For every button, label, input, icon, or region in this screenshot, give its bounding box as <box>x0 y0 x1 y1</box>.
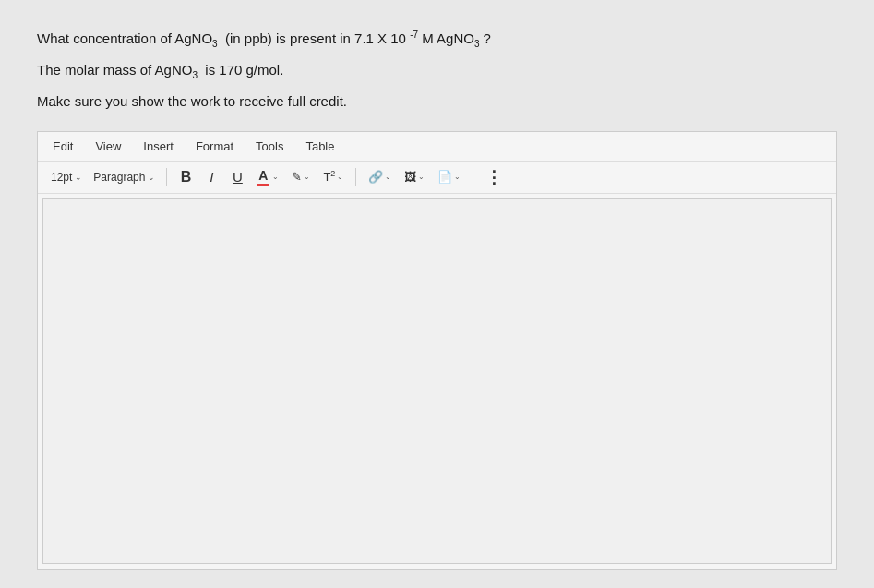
divider-2 <box>355 168 356 186</box>
link-icon: 🔗 <box>368 170 383 184</box>
superscript-chevron: ⌄ <box>337 173 343 181</box>
menu-table[interactable]: Table <box>302 138 338 155</box>
paragraph-value: Paragraph <box>93 171 145 184</box>
paragraph-chevron: ⌄ <box>148 173 155 182</box>
divider-3 <box>473 168 473 186</box>
link-chevron: ⌄ <box>385 173 391 181</box>
page-container: What concentration of AgNO3 (in ppb) is … <box>0 0 874 588</box>
font-size-select[interactable]: 12pt ⌄ <box>47 169 86 186</box>
superscript-icon: T2 <box>323 169 335 184</box>
menu-bar: Edit View Insert Format Tools Table <box>38 132 836 162</box>
italic-button[interactable]: I <box>200 166 222 188</box>
doc-icon: 📄 <box>437 170 452 184</box>
bold-button[interactable]: B <box>174 166 197 188</box>
editor-container: Edit View Insert Format Tools Table 12pt… <box>37 131 837 570</box>
font-size-value: 12pt <box>51 171 72 184</box>
question-line3: Make sure you show the work to receive f… <box>37 91 837 113</box>
toolbar: 12pt ⌄ Paragraph ⌄ B I U <box>38 162 836 194</box>
font-color-button[interactable]: A ⌄ <box>252 166 283 188</box>
question-line2: The molar mass of AgNO3 is 170 g/mol. <box>37 60 837 82</box>
divider-1 <box>166 168 167 186</box>
font-color-chevron: ⌄ <box>272 173 279 181</box>
paragraph-select[interactable]: Paragraph ⌄ <box>90 169 159 186</box>
font-color-icon: A <box>257 168 269 186</box>
font-color-underline <box>257 184 269 186</box>
editor-text-area[interactable] <box>42 198 832 565</box>
link-button[interactable]: 🔗 ⌄ <box>364 166 396 188</box>
more-options-button[interactable]: ⋮ <box>481 166 508 188</box>
doc-chevron: ⌄ <box>454 173 461 181</box>
image-button[interactable]: 🖼 ⌄ <box>400 166 429 188</box>
doc-button[interactable]: 📄 ⌄ <box>433 166 465 188</box>
menu-insert[interactable]: Insert <box>139 138 177 155</box>
more-icon: ⋮ <box>485 167 503 187</box>
menu-tools[interactable]: Tools <box>252 138 287 155</box>
menu-format[interactable]: Format <box>192 138 237 155</box>
highlight-chevron: ⌄ <box>304 173 310 181</box>
underline-button[interactable]: U <box>226 166 248 188</box>
menu-edit[interactable]: Edit <box>49 138 77 155</box>
image-icon: 🖼 <box>404 170 416 184</box>
highlight-icon: ✎ <box>292 170 302 184</box>
image-chevron: ⌄ <box>418 173 425 181</box>
menu-view[interactable]: View <box>91 138 125 155</box>
question-line1: What concentration of AgNO3 (in ppb) is … <box>37 28 837 51</box>
font-size-chevron: ⌄ <box>75 173 82 182</box>
superscript-button[interactable]: T2 ⌄ <box>318 166 348 188</box>
highlight-button[interactable]: ✎ ⌄ <box>287 166 315 188</box>
